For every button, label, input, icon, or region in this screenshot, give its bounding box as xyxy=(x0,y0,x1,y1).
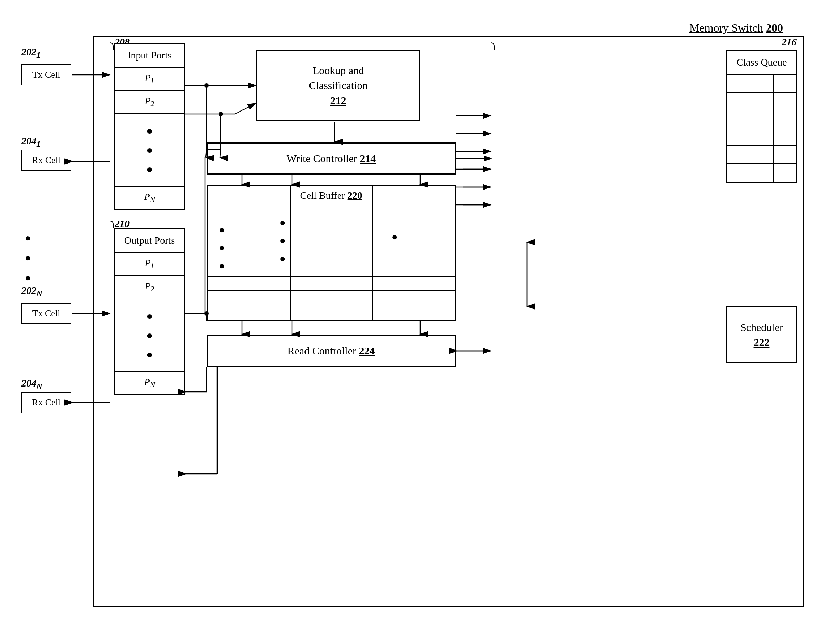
input-ports-header: Input Ports xyxy=(115,44,184,68)
label-202-n: 202N xyxy=(21,285,42,299)
buf-dots-col2: ●●● xyxy=(280,214,286,268)
cq-row3 xyxy=(727,111,796,128)
port-pn-input: PN xyxy=(115,187,184,209)
rx-cell-n: Rx Cell xyxy=(21,392,71,413)
output-ports-header: Output Ports xyxy=(115,229,184,253)
outer-dots: ●●● xyxy=(25,228,31,288)
port-pn-output: PN xyxy=(115,372,184,394)
class-queue-block: Class Queue xyxy=(726,50,797,183)
cell-buffer-container: Cell Buffer 220 xyxy=(207,185,456,321)
output-ports-block: Output Ports P1 P2 ●●● PN xyxy=(114,228,185,395)
memory-switch-label: Memory Switch 200 xyxy=(689,21,783,34)
label-204-1: 2041 xyxy=(21,135,41,149)
memory-switch-text: Memory Switch xyxy=(689,21,763,34)
label-202-1: 2021 xyxy=(21,46,41,60)
lookup-classification-block: Lookup andClassification212 xyxy=(256,50,420,121)
port-dots-input: ●●● xyxy=(115,114,184,187)
port-p1-input: P1 xyxy=(115,68,184,91)
buf-dots-col3: ● xyxy=(392,228,398,246)
label-204-n: 204N xyxy=(21,378,42,391)
port-p2-input: P2 xyxy=(115,91,184,114)
cq-row6 xyxy=(727,164,796,182)
scheduler-block: Scheduler222 xyxy=(726,306,797,363)
port-p2-output: P2 xyxy=(115,276,184,299)
memory-switch-border xyxy=(93,36,804,607)
input-ports-block: Input Ports P1 P2 ●●● PN xyxy=(114,43,185,210)
memory-switch-num: 200 xyxy=(766,21,783,34)
read-controller-text: Read Controller 224 xyxy=(288,345,375,357)
read-controller-block: Read Controller 224 xyxy=(207,335,456,367)
write-controller-block: Write Controller 214 xyxy=(207,142,456,175)
write-controller-text: Write Controller 214 xyxy=(287,152,376,165)
cq-row2 xyxy=(727,93,796,111)
class-queue-header: Class Queue xyxy=(727,51,796,75)
num-216: 216 xyxy=(781,36,796,48)
cell-buffer-label: Cell Buffer 220 xyxy=(300,190,362,201)
port-dots-output: ●●● xyxy=(115,299,184,372)
rx-cell-1: Rx Cell xyxy=(21,150,71,171)
tx-cell-n: Tx Cell xyxy=(21,303,71,324)
port-p1-output: P1 xyxy=(115,253,184,276)
cq-row5 xyxy=(727,146,796,164)
tx-cell-1: Tx Cell xyxy=(21,64,71,85)
buf-dots-col1: ●●● xyxy=(219,221,225,275)
lookup-text: Lookup andClassification212 xyxy=(309,63,368,108)
cq-row4 xyxy=(727,128,796,146)
scheduler-text: Scheduler222 xyxy=(740,320,783,350)
cq-row1 xyxy=(727,75,796,93)
